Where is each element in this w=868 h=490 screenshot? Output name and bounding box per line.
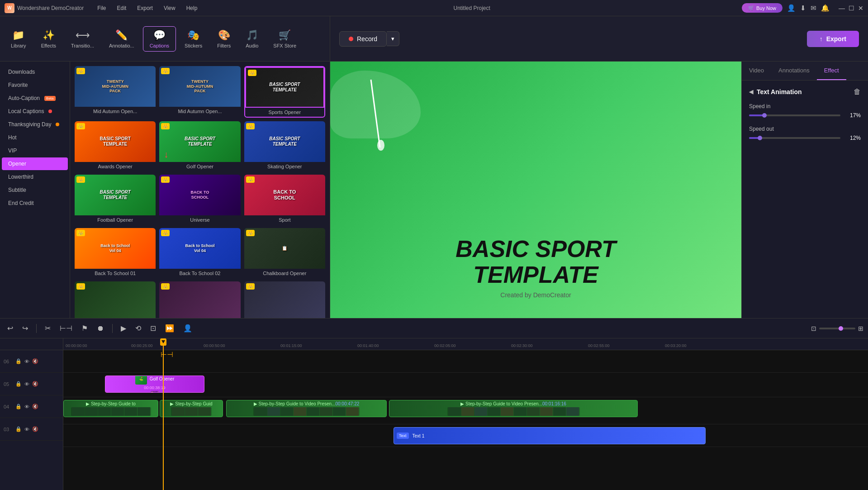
grid-item-extra-2[interactable]: 👑 [159, 281, 240, 322]
marker-button[interactable]: ⚑ [79, 322, 90, 334]
redo-button[interactable]: ↪ [19, 322, 31, 334]
menu-export[interactable]: Export [133, 4, 157, 12]
toolbar-filters[interactable]: 🎨 Filters [211, 27, 237, 51]
sidebar-item-auto-caption[interactable]: Auto-Caption Beta [2, 92, 68, 105]
zoom-in-button[interactable]: ⊞ [858, 325, 863, 332]
eye-icon-04[interactable]: 👁 [24, 404, 29, 409]
thumb-chalkboard: 👑 📋 [244, 228, 325, 269]
clip-video-1[interactable]: ▶ Step-by-Step Guide to [63, 400, 158, 417]
download-icon[interactable]: ⬇ [800, 4, 806, 12]
clip-text-1[interactable]: Text Text 1 [394, 427, 706, 444]
speed-in-handle[interactable] [762, 113, 767, 118]
sidebar-item-subtitle[interactable]: Subtitle [2, 184, 68, 196]
sidebar-item-downloads[interactable]: Downloads [2, 66, 68, 78]
grid-item-back-school-2[interactable]: 👑 Back to SchoolVol 04 Back To School 02 [159, 228, 240, 278]
motion-button[interactable]: ⟲ [133, 322, 144, 334]
mute-icon-04[interactable]: 🔇 [32, 404, 38, 409]
grid-item-golf-opener[interactable]: 👑 BASIC SPORTTEMPLATE ↓ Golf Opener [159, 121, 240, 171]
clip-video-3[interactable]: ▶ Step-by-Step Guide to Video Presen... … [226, 400, 387, 417]
lock-icon-06[interactable]: 🔒 [15, 358, 22, 364]
toolbar-captions[interactable]: 💬 Captions [143, 26, 176, 52]
sidebar-item-vip[interactable]: VIP [2, 144, 68, 157]
speed-in-slider[interactable] [749, 114, 840, 116]
cut-button[interactable]: ✂ [42, 322, 53, 334]
menu-edit[interactable]: Edit [113, 4, 131, 12]
play-timeline-button[interactable]: ▶ [118, 322, 129, 334]
account-icon[interactable]: 👤 [787, 4, 796, 12]
clip-video-2[interactable]: ▶ Step-by-Step Guid [160, 400, 223, 417]
grid-item-universe[interactable]: 👑 BACK TOSCHOOL Universe [159, 175, 240, 224]
record-dot [349, 37, 353, 41]
clip-golf-opener[interactable]: ⛳ Golf Opener 00:00:38:19 Trial [105, 376, 204, 393]
speed-in-control: 17% [749, 112, 861, 119]
grid-item-mid-autumn-1[interactable]: 👑 TWENTYMID-AUTUMNPACK Mid Autumn Open..… [75, 66, 156, 118]
toolbar-library[interactable]: 📁 Library [5, 27, 33, 51]
grid-item-extra-1[interactable]: 👑 [75, 281, 156, 322]
toolbar-transitions[interactable]: ⟷ Transitio... [65, 27, 100, 51]
menu-file[interactable]: File [93, 4, 110, 12]
eye-icon-03[interactable]: 👁 [24, 427, 29, 432]
playhead[interactable] [163, 338, 164, 490]
eye-icon-05[interactable]: 👁 [24, 381, 29, 387]
delete-effect-button[interactable]: 🗑 [854, 88, 861, 96]
grid-item-extra-3[interactable]: 👑 [244, 281, 325, 322]
toolbar-sfx[interactable]: 🛒 SFX Store [267, 27, 303, 51]
grid-item-sports-opener[interactable]: 👑 BASIC SPORTTEMPLATE Sports Opener [244, 66, 325, 118]
undo-button[interactable]: ↩ [5, 322, 16, 334]
sidebar-item-opener[interactable]: Opener [2, 157, 68, 170]
toolbar-annotations[interactable]: ✏️ Annotatio... [103, 27, 141, 51]
title-icons: 👤 ⬇ ✉ 🔔 [787, 4, 830, 12]
toolbar-audio[interactable]: 🎵 Audio [239, 27, 265, 51]
toolbar-stickers[interactable]: 🎭 Stickers [178, 27, 209, 51]
export-button[interactable]: ↑ Export [807, 31, 859, 47]
record-button[interactable]: Record [339, 31, 387, 47]
record-dropdown[interactable]: ▾ [387, 31, 399, 46]
sidebar-item-end-credit[interactable]: End Credit [2, 197, 68, 209]
sidebar-item-thanksgiving[interactable]: Thanksgiving Day [2, 118, 68, 131]
notification-icon[interactable]: 🔔 [821, 4, 830, 12]
speed-button[interactable]: ⏩ [162, 322, 177, 334]
maximize-button[interactable]: ☐ [849, 5, 854, 12]
menu-bar[interactable]: File Edit Export View Help [93, 4, 202, 12]
zoom-handle[interactable] [839, 326, 843, 331]
grid-item-sport[interactable]: 👑 BACK TOSCHOOL Sport [244, 175, 325, 224]
tab-annotations[interactable]: Annotations [771, 62, 817, 80]
menu-help[interactable]: Help [182, 4, 202, 12]
tab-effect[interactable]: Effect [817, 62, 846, 80]
grid-item-skating-opener[interactable]: 👑 BASIC SPORTTEMPLATE Skating Opener [244, 121, 325, 171]
tab-video[interactable]: Video [742, 62, 771, 80]
toolbar-effects[interactable]: ✨ Effects [35, 27, 62, 51]
sidebar-item-local-captions[interactable]: Local Captions [2, 105, 68, 118]
crop-button[interactable]: ⊡ [147, 322, 159, 334]
mute-icon-06[interactable]: 🔇 [32, 358, 38, 364]
sidebar-item-favorite[interactable]: Favorite [2, 79, 68, 91]
split-button[interactable]: ⊢⊣ [57, 322, 75, 334]
zoom-out-button[interactable]: ⊡ [811, 325, 816, 332]
clip-video-label-2: ▶ Step-by-Step Guid [170, 401, 212, 406]
captions-icon: 💬 [153, 29, 166, 41]
lock-icon-05[interactable]: 🔒 [15, 381, 22, 387]
sidebar-item-hot[interactable]: Hot [2, 131, 68, 144]
message-icon[interactable]: ✉ [811, 4, 816, 12]
zoom-slider[interactable] [819, 328, 855, 329]
eye-icon-06[interactable]: 👁 [24, 359, 29, 364]
clip-video-4[interactable]: ▶ Step-by-Step Guide to Video Presen... … [389, 400, 638, 417]
mute-icon-03[interactable]: 🔇 [32, 426, 38, 432]
grid-item-awards-opener[interactable]: 👑 BASIC SPORTTEMPLATE Awards Opener [75, 121, 156, 171]
person-button[interactable]: 👤 [180, 322, 195, 334]
grid-item-chalkboard[interactable]: 👑 📋 Chalkboard Opener [244, 228, 325, 278]
record-timeline-button[interactable]: ⏺ [94, 323, 107, 334]
minimize-button[interactable]: — [839, 5, 845, 12]
sidebar-item-lowerthird[interactable]: Lowerthird [2, 171, 68, 183]
lock-icon-04[interactable]: 🔒 [15, 404, 22, 409]
speed-out-slider[interactable] [749, 137, 840, 139]
menu-view[interactable]: View [159, 4, 180, 12]
grid-item-back-school-1[interactable]: 👑 Back to SchoolVol 04 Back To School 01 [75, 228, 156, 278]
lock-icon-03[interactable]: 🔒 [15, 426, 22, 432]
buy-now-button[interactable]: 🛒 Buy Now [742, 3, 783, 13]
grid-item-mid-autumn-2[interactable]: 👑 TWENTYMID-AUTUMNPACK Mid Autumn Open..… [159, 66, 240, 118]
grid-item-football-opener[interactable]: 👑 BASIC SPORTTEMPLATE Football Opener [75, 175, 156, 224]
mute-icon-05[interactable]: 🔇 [32, 381, 38, 387]
close-button[interactable]: ✕ [858, 5, 863, 12]
speed-out-handle[interactable] [758, 136, 762, 140]
